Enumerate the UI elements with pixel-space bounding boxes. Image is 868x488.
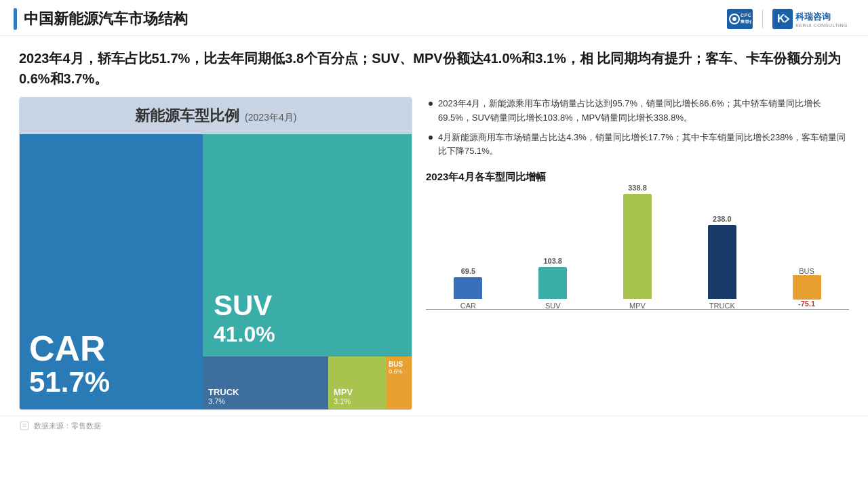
treemap-right: SUV 41.0% TRUCK 3.7% MPV 3.1% BUS 0.: [203, 134, 412, 409]
bar-chart-area: 69.5CAR103.8SUV338.8MPV238.0TRUCKBUS-75.…: [426, 190, 849, 326]
bullet-text-2: 4月新能源商用车市场销量占比达4.3%，销量同比增长17.7%；其中卡车销量同比…: [438, 131, 846, 159]
treemap-container: 新能源车型比例 (2023年4月) CAR 51.7% SUV 41.0% TR…: [19, 97, 412, 410]
bullet-item-2: 4月新能源商用车市场销量占比达4.3%，销量同比增长17.7%；其中卡车销量同比…: [429, 131, 846, 159]
treemap-body: CAR 51.7% SUV 41.0% TRUCK 3.7% MPV: [20, 134, 412, 409]
bar-rect-car: [454, 277, 482, 299]
car-pct: 51.7%: [29, 366, 193, 399]
bullet-text-1: 2023年4月，新能源乘用车市场销量占比达到95.7%，销量同比增长86.6%；…: [438, 97, 846, 125]
mpv-label: MPV: [334, 387, 380, 397]
accent-bar: [14, 8, 17, 30]
logos-area: CPCA 乘联合 K 科瑞咨询 KERUI CONSULTING: [727, 9, 848, 29]
treemap-title-zh: 新能源车型比例: [135, 107, 239, 124]
svg-text:乘联合: 乘联合: [741, 19, 751, 24]
bar-group-mpv: 338.8MPV: [595, 184, 680, 310]
bar-rect-truck: [708, 225, 736, 299]
bullet-item-1: 2023年4月，新能源乘用车市场销量占比达到95.7%，销量同比增长86.6%；…: [429, 97, 846, 125]
bar-group-suv: 103.8SUV: [511, 257, 595, 310]
logo-divider: [762, 9, 763, 28]
kerui-icon: K: [772, 9, 793, 29]
header: 中国新能源汽车市场结构 CPCA 乘联合 K: [0, 0, 868, 36]
kerui-cn: 科瑞咨询: [795, 11, 848, 23]
bar-value-truck: 238.0: [713, 215, 732, 223]
bus-label: BUS: [389, 361, 409, 368]
bar-group-car: 69.5CAR: [426, 267, 511, 310]
source-icon: [19, 420, 30, 431]
bar-value-car: 69.5: [461, 267, 475, 275]
truck-pct: 3.7%: [208, 397, 323, 405]
kerui-text: 科瑞咨询 KERUI CONSULTING: [795, 11, 848, 28]
summary-text: 2023年4月，轿车占比51.7%，比去年同期低3.8个百分点；SUV、MPV份…: [0, 36, 868, 97]
bullet-dot-2: [429, 136, 433, 140]
svg-rect-6: [20, 422, 28, 430]
bar-value-bus: -75.1: [798, 300, 815, 308]
suv-pct: 41.0%: [214, 322, 401, 347]
bar-baseline: [426, 309, 849, 310]
bar-group-truck: 238.0TRUCK: [679, 215, 764, 310]
cpca-icon: CPCA 乘联合: [727, 9, 753, 29]
kerui-logo: K 科瑞咨询 KERUI CONSULTING: [772, 9, 848, 29]
suv-label: SUV: [214, 289, 401, 322]
treemap-suv-block: SUV 41.0%: [203, 134, 412, 357]
treemap-mpv-block: MPV 3.1%: [328, 357, 386, 409]
header-left: 中国新能源汽车市场结构: [14, 8, 188, 30]
cpca-logo: CPCA 乘联合: [727, 9, 753, 29]
bar-chart-title: 2023年4月各车型同比增幅: [426, 171, 849, 184]
bar-group-bus: BUS-75.1: [764, 264, 849, 310]
treemap-car-block: CAR 51.7%: [20, 134, 203, 409]
bar-value-suv: 103.8: [543, 257, 562, 265]
treemap-title-bar: 新能源车型比例 (2023年4月): [20, 98, 412, 134]
car-label: CAR: [29, 331, 193, 366]
right-panel: 2023年4月，新能源乘用车市场销量占比达到95.7%，销量同比增长86.6%；…: [426, 97, 849, 410]
bar-rect-suv: [538, 267, 567, 299]
bus-pct: 0.6%: [389, 368, 409, 375]
svg-text:CPCA: CPCA: [741, 13, 751, 18]
treemap-bus-block: BUS 0.6%: [386, 357, 412, 409]
treemap-bottom-row: TRUCK 3.7% MPV 3.1% BUS 0.6%: [203, 357, 412, 409]
truck-label: TRUCK: [208, 387, 323, 397]
main-content: 新能源车型比例 (2023年4月) CAR 51.7% SUV 41.0% TR…: [0, 97, 868, 415]
bar-rect-bus: [793, 275, 821, 300]
bar-chart-section: 2023年4月各车型同比增幅 69.5CAR103.8SUV338.8MPV23…: [426, 171, 849, 410]
bullet-section: 2023年4月，新能源乘用车市场销量占比达到95.7%，销量同比增长86.6%；…: [426, 97, 849, 164]
page-title: 中国新能源汽车市场结构: [24, 9, 188, 29]
svg-text:K: K: [777, 13, 785, 24]
bar-rect-mpv: [623, 194, 652, 299]
mpv-pct: 3.1%: [334, 397, 380, 405]
svg-point-1: [732, 17, 736, 21]
footer-source: 数据来源：零售数据: [34, 421, 101, 431]
footer: 数据来源：零售数据: [0, 415, 868, 435]
treemap-title-date: (2023年4月): [245, 112, 296, 123]
treemap-truck-block: TRUCK 3.7%: [203, 357, 328, 409]
kerui-en: KERUI CONSULTING: [795, 23, 848, 28]
bar-value-mpv: 338.8: [628, 184, 647, 192]
bar-label-bus: BUS: [799, 267, 814, 275]
bullet-dot-1: [429, 102, 433, 106]
